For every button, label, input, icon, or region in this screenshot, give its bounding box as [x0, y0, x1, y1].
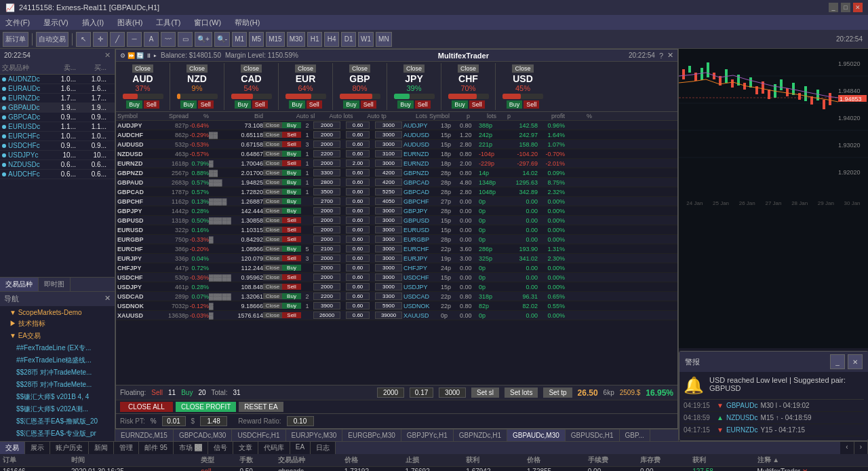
tab-ticks[interactable]: 即时图	[39, 278, 71, 291]
set-lots-button[interactable]: Set lots	[505, 388, 538, 398]
row-tp-input[interactable]	[375, 245, 402, 252]
usd-close-btn[interactable]: Close	[512, 64, 533, 73]
row-action-btn[interactable]: Buy	[282, 151, 301, 157]
row-sl-input[interactable]	[313, 283, 340, 290]
row-close-btn[interactable]: Close	[263, 293, 282, 299]
row-action-btn[interactable]: Buy	[282, 170, 301, 176]
row-tp-input[interactable]	[375, 131, 402, 138]
nav-item-fextradeline1[interactable]: ##FexTradeLine (EX专...	[1, 342, 113, 354]
nzd-close-btn[interactable]: Close	[186, 64, 208, 73]
row-tp-input[interactable]	[375, 197, 402, 205]
toolbar-timeframe-h4[interactable]: H4	[324, 32, 339, 47]
list-item[interactable]: EURUSDc 1.1... 1.1...	[0, 122, 115, 132]
list-item[interactable]: AUDNZDc 1.0... 1.0...	[0, 75, 115, 84]
orders-tab-manage[interactable]: 管理	[114, 442, 139, 454]
row-tp-input[interactable]	[375, 216, 402, 224]
row-close-btn[interactable]: Close	[263, 198, 282, 204]
menu-window[interactable]: 窗口(W)	[191, 16, 224, 29]
nav-item-fextradeline2[interactable]: ##FexTradeLine稳盛线...	[1, 354, 113, 366]
row-tp-input[interactable]	[375, 150, 402, 157]
orders-tab-codelib[interactable]: 代码库	[258, 442, 290, 454]
jpy-close-btn[interactable]: Close	[403, 64, 425, 73]
row-close-btn[interactable]: Close	[263, 189, 282, 195]
nav-item-indicators[interactable]: ▶ 技术指标	[1, 318, 113, 330]
orders-tab-scroll-left[interactable]: ‹	[840, 442, 854, 454]
row-tp-input[interactable]	[375, 188, 402, 195]
row-close-btn[interactable]: Close	[263, 284, 282, 290]
row-action-btn[interactable]: Buy	[282, 293, 301, 299]
sl-input[interactable]	[377, 388, 404, 398]
orders-tab-display[interactable]: 展示	[25, 442, 50, 454]
menu-help[interactable]: 帮助(H)	[232, 16, 262, 29]
row-action-btn[interactable]: Sell	[282, 217, 301, 223]
row-close-btn[interactable]: Close	[263, 236, 282, 242]
toolbar-btn-rect[interactable]: ▭	[178, 32, 193, 47]
row-action-btn[interactable]: Sell	[282, 255, 301, 261]
row-sl-input[interactable]	[313, 302, 340, 309]
row-alots-input[interactable]	[346, 140, 370, 148]
row-close-btn[interactable]: Close	[263, 274, 282, 280]
row-action-btn[interactable]: Buy	[282, 179, 301, 185]
chart-tab-gbpusd[interactable]: GBPUSDc,H1	[566, 430, 620, 441]
chart-tab-gbpjpy[interactable]: GBPJPYc,H1	[401, 430, 454, 441]
row-action-btn[interactable]: Sell	[282, 284, 301, 290]
row-action-btn[interactable]: Sell	[282, 132, 301, 138]
row-close-btn[interactable]: Close	[263, 122, 282, 128]
row-alots-input[interactable]	[346, 207, 370, 214]
nav-item-scopemarkets[interactable]: ▼ ScopeMarkets-Demo	[1, 307, 113, 318]
row-sl-input[interactable]	[313, 274, 340, 281]
row-alots-input[interactable]	[346, 236, 370, 243]
nav-item-huienea2[interactable]: $$汇恩圣手EA$-专业版_pr	[1, 428, 113, 440]
risk-val1-input[interactable]	[162, 416, 186, 426]
row-close-btn[interactable]: Close	[263, 132, 282, 138]
row-action-btn[interactable]: Buy	[282, 265, 301, 271]
orders-tab-trade[interactable]: 交易	[0, 442, 25, 454]
row-alots-input[interactable]	[346, 121, 370, 129]
row-action-btn[interactable]: Sell	[282, 274, 301, 280]
set-sl-button[interactable]: Set sl	[471, 388, 499, 398]
row-action-btn[interactable]: Sell	[282, 227, 301, 233]
row-alots-input[interactable]	[346, 274, 370, 281]
nav-item-ea[interactable]: ▼ EA交易	[1, 330, 113, 342]
row-tp-input[interactable]	[375, 255, 402, 262]
row-sl-input[interactable]	[313, 121, 340, 129]
row-tp-input[interactable]	[375, 236, 402, 243]
list-item[interactable]: EURCHFc 1.0... 1.0...	[0, 132, 115, 141]
eur-sell-btn[interactable]: Sell	[307, 100, 322, 109]
row-sl-input[interactable]	[313, 178, 340, 186]
row-tp-input[interactable]	[375, 264, 402, 271]
row-alots-input[interactable]	[346, 302, 370, 309]
row-alots-input[interactable]	[346, 197, 370, 205]
reset-ea-button[interactable]: RESET EA	[239, 402, 283, 412]
cad-buy-btn[interactable]: Buy	[235, 100, 251, 109]
row-sl-input[interactable]	[313, 159, 340, 167]
list-item[interactable]: GBPAUDc 1.9... 1.9...	[0, 103, 115, 113]
orders-tab-signals[interactable]: 信号	[208, 442, 233, 454]
row-sl-input[interactable]	[313, 150, 340, 157]
nav-item-huienea1[interactable]: $$汇恩圣手EA$-撸赋版_20	[1, 415, 113, 428]
jpy-sell-btn[interactable]: Sell	[415, 100, 431, 109]
row-action-btn[interactable]: Buy	[282, 208, 301, 214]
close-button[interactable]: ✕	[853, 3, 863, 12]
row-alots-input[interactable]	[346, 264, 370, 271]
menu-view[interactable]: 显示(V)	[41, 16, 71, 29]
orders-tab-history[interactable]: 账户历史	[50, 442, 89, 454]
orders-tab-market[interactable]: 市场 88	[174, 442, 208, 454]
row-tp-input[interactable]	[375, 293, 402, 300]
row-tp-input[interactable]	[375, 207, 402, 214]
nav-item-28coin1[interactable]: $$28币 对冲TradeMete...	[1, 366, 113, 379]
cad-close-btn[interactable]: Close	[241, 64, 262, 73]
row-action-btn[interactable]: Sell	[282, 141, 301, 147]
aud-sell-btn[interactable]: Sell	[144, 100, 159, 109]
close-all-button[interactable]: CLOSE ALL	[120, 402, 173, 412]
row-sl-input[interactable]	[313, 264, 340, 271]
eur-buy-btn[interactable]: Buy	[289, 100, 305, 109]
row-tp-input[interactable]	[375, 283, 402, 290]
row-alots-input[interactable]	[346, 131, 370, 138]
toolbar-btn-line[interactable]: ╱	[110, 32, 125, 47]
nav-item-liandashi2[interactable]: $$镰汇大师$ v202A测...	[1, 403, 113, 415]
row-close-btn[interactable]: Close	[263, 217, 282, 223]
toolbar-timeframe-mn[interactable]: MN	[376, 32, 392, 47]
chart-tab-gbpcad[interactable]: GBPCADc,M30	[174, 430, 232, 441]
row-sl-input[interactable]	[313, 255, 340, 262]
